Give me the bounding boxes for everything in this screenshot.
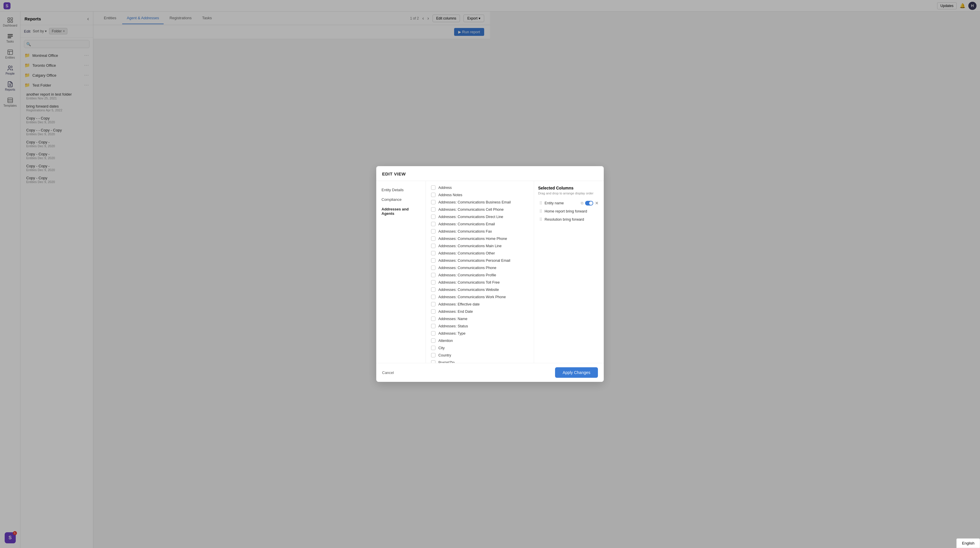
modal-nav-entity-details[interactable]: Entity Details (376, 185, 426, 195)
col-checkbox-address[interactable] (431, 185, 436, 190)
modal-overlay: EDIT VIEW Entity Details Compliance Addr… (0, 0, 490, 274)
col-item-comm-direct-line: Addresses: Communications Direct Line (431, 213, 490, 220)
modal-title: EDIT VIEW (382, 172, 406, 176)
col-checkbox-comm-cell-phone[interactable] (431, 207, 436, 211)
col-item-comm-business-email: Addresses: Communications Business Email (431, 199, 490, 206)
col-item-comm-main-line: Addresses: Communications Main Line (431, 242, 490, 249)
col-checkbox-comm-profile[interactable] (431, 273, 436, 274)
col-checkbox-comm-main-line[interactable] (431, 244, 436, 248)
col-checkbox-comm-direct-line[interactable] (431, 214, 436, 219)
col-item-comm-email: Addresses: Communications Email (431, 220, 490, 228)
col-checkbox-comm-business-email[interactable] (431, 200, 436, 204)
modal-nav-compliance[interactable]: Compliance (376, 195, 426, 204)
edit-view-modal: EDIT VIEW Entity Details Compliance Addr… (376, 166, 490, 274)
col-item-comm-cell-phone: Addresses: Communications Cell Phone (431, 206, 490, 213)
col-checkbox-comm-home-phone[interactable] (431, 237, 436, 241)
col-item-comm-phone: Addresses: Communications Phone (431, 264, 490, 272)
modal-nav-addresses-agents[interactable]: Addresses and Agents (376, 204, 426, 218)
col-item-comm-profile: Addresses: Communications Profile (431, 272, 490, 274)
modal-body: Entity Details Compliance Addresses and … (376, 181, 490, 274)
col-item-comm-other: Addresses: Communications Other (431, 249, 490, 257)
col-item-comm-personal-email: Addresses: Communications Personal Email (431, 257, 490, 264)
col-checkbox-comm-phone[interactable] (431, 265, 436, 270)
col-checkbox-comm-personal-email[interactable] (431, 258, 436, 263)
col-item-comm-fax: Addresses: Communications Fax (431, 228, 490, 235)
col-item-comm-home-phone: Addresses: Communications Home Phone (431, 235, 490, 242)
modal-nav: Entity Details Compliance Addresses and … (376, 181, 426, 274)
col-checkbox-comm-email[interactable] (431, 222, 436, 226)
col-checkbox-comm-other[interactable] (431, 251, 436, 255)
col-checkbox-address-notes[interactable] (431, 193, 436, 197)
col-item-address: Address (431, 184, 490, 191)
col-checkbox-comm-fax[interactable] (431, 229, 436, 233)
col-item-address-notes: Address Notes (431, 191, 490, 199)
columns-list: Address Address Notes Addresses: Communi… (426, 181, 490, 274)
modal-header: EDIT VIEW (376, 166, 490, 181)
